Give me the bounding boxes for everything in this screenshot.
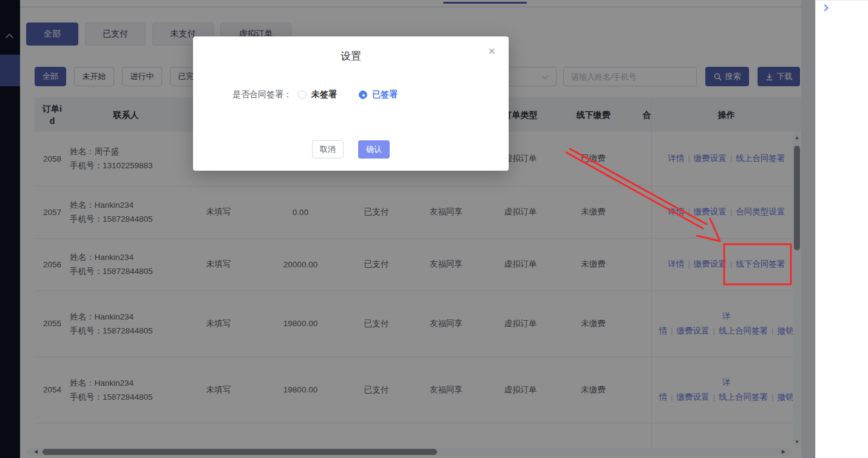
contract-sign-row: 是否合同签署： 未签署已签署 <box>232 89 419 101</box>
modal-footer: 取消 确认 <box>193 140 509 159</box>
radio-icon <box>359 91 367 99</box>
app-root: 全部已支付未支付虚拟订单 全部未开始进行中已完成 搜索 下载 订单id联系人订单… <box>0 0 868 458</box>
confirm-button[interactable]: 确认 <box>358 140 390 159</box>
radio-label: 已签署 <box>372 89 398 100</box>
cancel-button[interactable]: 取消 <box>312 140 344 159</box>
radio-label: 未签署 <box>311 89 337 100</box>
close-icon[interactable]: × <box>488 45 495 57</box>
radio-option-未签署[interactable]: 未签署 <box>298 89 337 100</box>
radio-option-已签署[interactable]: 已签署 <box>359 89 398 100</box>
chevron-right-icon[interactable] <box>821 4 828 11</box>
radio-icon <box>298 91 307 99</box>
modal-title: 设置 <box>193 49 509 63</box>
right-panel <box>815 0 868 458</box>
settings-modal: 设置 × 是否合同签署： 未签署已签署 取消 确认 <box>193 36 509 171</box>
contract-sign-label: 是否合同签署： <box>232 89 292 100</box>
radio-group: 未签署已签署 <box>298 89 419 100</box>
